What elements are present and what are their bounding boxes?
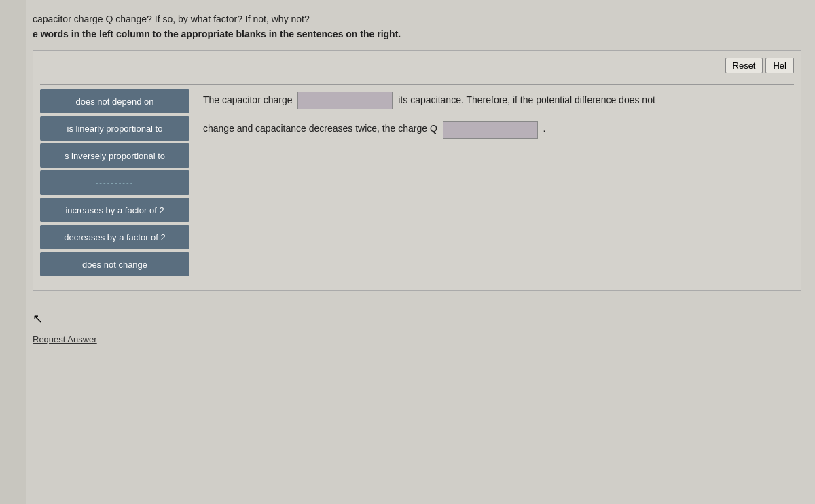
exercise-area: Reset Hel does not depend on is linearly… — [33, 50, 801, 291]
word-item-is-inversely-proportional-to[interactable]: s inversely proportional to — [40, 143, 189, 168]
right-column: The capacitor charge its capacitance. Th… — [203, 89, 794, 276]
word-item-does-not-depend-on[interactable]: does not depend on — [40, 89, 189, 113]
word-item-decreases-by-factor-2[interactable]: decreases by a factor of 2 — [40, 225, 189, 249]
footer-area: ↖ Request Answer — [33, 311, 801, 352]
word-item-does-not-change[interactable]: does not change — [40, 252, 189, 276]
word-item-increases-by-factor-2[interactable]: increases by a factor of 2 — [40, 198, 189, 222]
word-bank: does not depend on is linearly proportio… — [40, 89, 189, 276]
blank-box-1[interactable] — [297, 92, 393, 109]
question-header: capacitor charge Q change? If so, by wha… — [33, 14, 801, 24]
toolbar: Reset Hel — [40, 58, 794, 73]
reset-button[interactable]: Reset — [725, 58, 763, 73]
sentence2-part1: change and capacitance decreases twice, … — [203, 123, 437, 134]
main-content: capacitor charge Q change? If so, by wha… — [26, 0, 815, 504]
sentence1-part2: its capacitance. Therefore, if the poten… — [398, 94, 655, 105]
sentence1-part1: The capacitor charge — [203, 94, 293, 105]
sidebar-strip — [0, 0, 26, 504]
sentence-row-1: The capacitor charge its capacitance. Th… — [203, 92, 794, 109]
sentence-row-2: change and capacitance decreases twice, … — [203, 120, 794, 138]
question-text: capacitor charge Q change? If so, by wha… — [33, 14, 310, 24]
exercise-body: does not depend on is linearly proportio… — [40, 89, 794, 276]
request-answer-link[interactable]: Request Answer — [33, 334, 97, 344]
cursor-icon: ↖ — [33, 311, 43, 326]
word-item-is-linearly-proportional-to[interactable]: is linearly proportional to — [40, 116, 189, 141]
help-button[interactable]: Hel — [765, 58, 794, 73]
sentence2-end: . — [543, 123, 546, 134]
word-item-separator: ---------- — [40, 170, 189, 195]
separator-line — [40, 84, 794, 85]
instruction-text: e words in the left column to the approp… — [33, 29, 801, 39]
blank-box-2[interactable] — [443, 121, 538, 139]
